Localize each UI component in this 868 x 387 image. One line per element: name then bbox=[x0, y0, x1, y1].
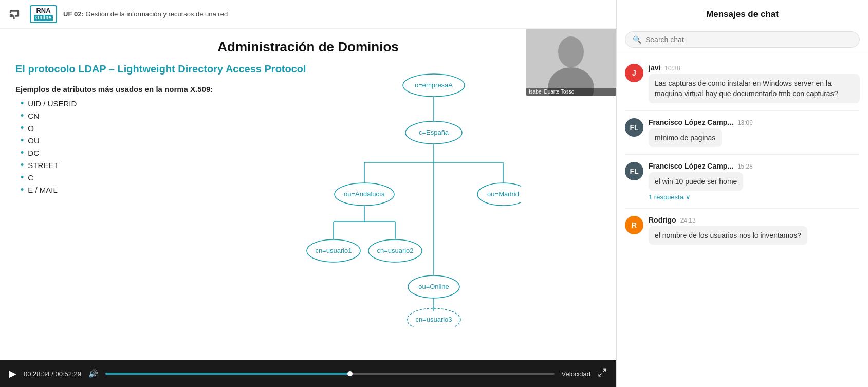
chat-message-3: FL Francisco López Camp... 15:28 el win … bbox=[617, 157, 868, 206]
sender-name-4: Rodrigo bbox=[649, 216, 676, 224]
svg-text:ou=Online: ou=Online bbox=[418, 283, 449, 290]
ldap-tree-diagram: .node-text { font-family: Arial, sans-se… bbox=[274, 60, 521, 327]
online-badge: Online bbox=[34, 15, 53, 21]
message-body-4: Rodrigo 24:13 el nombre de los usuarios … bbox=[649, 216, 860, 245]
message-body-1: javi 10:38 Las capturas de como instalar… bbox=[649, 64, 860, 103]
divider bbox=[625, 110, 860, 111]
progress-bar-fill bbox=[105, 373, 350, 375]
avatar-javi: J bbox=[625, 64, 643, 82]
speed-label[interactable]: Velocidad bbox=[562, 370, 590, 378]
reply-count: 1 respuesta bbox=[649, 193, 684, 201]
message-text-3: el win 10 puede ser home bbox=[649, 172, 743, 191]
message-header-1: javi 10:38 bbox=[649, 64, 860, 72]
chat-panel: Mensajes de chat 🔍 J javi 10:38 Las capt… bbox=[616, 0, 868, 387]
play-button[interactable]: ▶ bbox=[9, 368, 16, 379]
subtitle-text: Gestión de la información y recursos de … bbox=[85, 10, 228, 18]
chevron-down-icon: ∨ bbox=[686, 193, 691, 201]
avatar-rodrigo: R bbox=[625, 216, 643, 234]
slide-main-title: Administración de Dominios bbox=[15, 39, 601, 55]
svg-text:o=empresaA: o=empresaA bbox=[415, 81, 453, 89]
chat-messages: J javi 10:38 Las capturas de como instal… bbox=[617, 53, 868, 387]
video-header: RNA Online UF 02: Gestión de la informac… bbox=[0, 0, 616, 29]
svg-text:ou=Madrid: ou=Madrid bbox=[487, 190, 519, 198]
webcam-overlay: Isabel Duarte Tosso bbox=[526, 29, 616, 96]
message-text-4: el nombre de los usuarios nos lo inventa… bbox=[649, 226, 807, 245]
sender-name-3: Francisco López Camp... bbox=[649, 162, 733, 170]
divider bbox=[625, 154, 860, 155]
chat-message-4: R Rodrigo 24:13 el nombre de los usuario… bbox=[617, 211, 868, 250]
message-header-3: Francisco López Camp... 15:28 bbox=[649, 162, 860, 170]
chat-message-2: FL Francisco López Camp... 13:09 mínimo … bbox=[617, 113, 868, 152]
sender-name-1: javi bbox=[649, 64, 660, 72]
svg-text:ou=Andalucía: ou=Andalucía bbox=[344, 190, 385, 198]
logo-box: RNA Online bbox=[30, 5, 57, 23]
message-time-1: 10:38 bbox=[664, 65, 680, 72]
avatar-fl-2: FL bbox=[625, 162, 643, 180]
message-body-2: Francisco López Camp... 13:09 mínimo de … bbox=[649, 118, 860, 147]
message-body-3: Francisco López Camp... 15:28 el win 10 … bbox=[649, 162, 860, 201]
message-header-2: Francisco López Camp... 13:09 bbox=[649, 118, 860, 126]
divider bbox=[625, 208, 860, 209]
sender-name-2: Francisco López Camp... bbox=[649, 118, 733, 126]
svg-line-31 bbox=[599, 374, 601, 376]
message-text-1: Las capturas de como instalar en Windows… bbox=[649, 74, 860, 103]
search-icon: 🔍 bbox=[633, 35, 641, 44]
message-text-2: mínimo de paginas bbox=[649, 128, 722, 147]
webcam-label: Isabel Duarte Tosso bbox=[526, 88, 616, 96]
svg-text:cn=usuario2: cn=usuario2 bbox=[377, 247, 413, 254]
fullscreen-button[interactable] bbox=[598, 368, 607, 379]
svg-text:cn=usuario1: cn=usuario1 bbox=[315, 247, 352, 254]
message-time-4: 24:13 bbox=[680, 217, 696, 224]
avatar-fl-1: FL bbox=[625, 118, 643, 137]
chat-search-wrap: 🔍 bbox=[625, 31, 860, 48]
webcam-placeholder: Isabel Duarte Tosso bbox=[526, 29, 616, 96]
search-input[interactable] bbox=[645, 35, 852, 44]
chat-header-title: Mensajes de chat bbox=[706, 9, 779, 19]
svg-line-30 bbox=[603, 369, 606, 372]
logo-area: RNA Online bbox=[30, 5, 57, 23]
svg-text:cn=usuario3: cn=usuario3 bbox=[415, 316, 452, 323]
message-time-2: 13:09 bbox=[737, 119, 753, 126]
reply-link[interactable]: 1 respuesta ∨ bbox=[649, 193, 860, 201]
video-controls: ▶ 00:28:34 / 00:52:29 🔊 Velocidad bbox=[0, 360, 616, 387]
video-content: Isabel Duarte Tosso Administración de Do… bbox=[0, 29, 616, 387]
cast-icon bbox=[9, 8, 20, 21]
chat-header: Mensajes de chat bbox=[617, 0, 868, 26]
svg-point-1 bbox=[558, 36, 584, 67]
chat-search-container: 🔍 bbox=[617, 26, 868, 53]
message-header-4: Rodrigo 24:13 bbox=[649, 216, 860, 224]
volume-icon[interactable]: 🔊 bbox=[88, 369, 98, 378]
time-display: 00:28:34 / 00:52:29 bbox=[24, 370, 81, 378]
slide-container: Isabel Duarte Tosso Administración de Do… bbox=[0, 29, 616, 360]
subtitle-prefix: UF 02: bbox=[63, 10, 84, 18]
video-area: RNA Online UF 02: Gestión de la informac… bbox=[0, 0, 616, 387]
header-subtitle: UF 02: Gestión de la información y recur… bbox=[63, 10, 228, 18]
chat-message-1: J javi 10:38 Las capturas de como instal… bbox=[617, 59, 868, 108]
svg-text:c=España: c=España bbox=[419, 128, 449, 136]
logo-text: RNA bbox=[36, 7, 50, 14]
progress-bar[interactable] bbox=[105, 373, 555, 375]
message-time-3: 15:28 bbox=[737, 163, 753, 170]
